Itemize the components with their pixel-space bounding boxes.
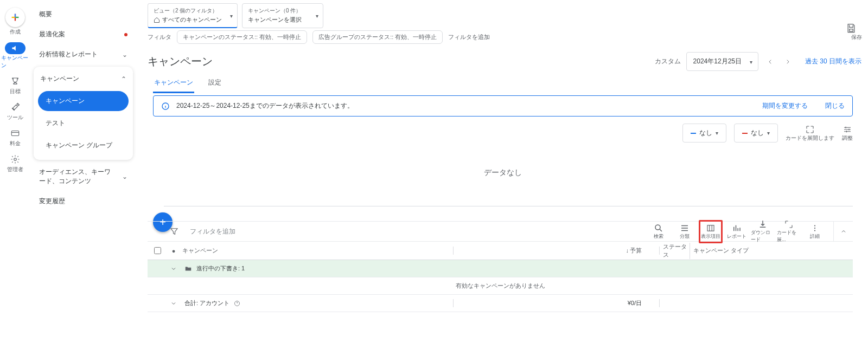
optimization-link[interactable]: 最適化案 bbox=[30, 24, 136, 44]
adjust-button[interactable]: 調整 bbox=[842, 125, 853, 142]
tool-nav[interactable]: ツール bbox=[1, 99, 29, 125]
total-budget: ¥0/日 bbox=[454, 299, 660, 307]
filter-strip: フィルタ キャンペーンのステータス:: 有効、一時停止 広告グループのステータス… bbox=[148, 30, 490, 44]
chevron-down-icon: ⌄ bbox=[122, 51, 127, 59]
red-swatch bbox=[742, 133, 748, 134]
date-next[interactable] bbox=[779, 53, 796, 70]
info-icon bbox=[161, 102, 170, 111]
campaign-sublink[interactable]: キャンペーン bbox=[38, 91, 129, 111]
table-header: ● キャンペーン ↓予算 ステータス キャンペーン タイプ bbox=[148, 242, 853, 260]
admin-nav[interactable]: 管理者 bbox=[1, 151, 29, 177]
filter-label: フィルタ bbox=[148, 33, 171, 41]
tab-settings[interactable]: 設定 bbox=[207, 74, 222, 93]
svg-rect-0 bbox=[11, 131, 19, 136]
chevron-up-icon: ⌃ bbox=[121, 75, 126, 83]
chevron-down-icon[interactable] bbox=[170, 300, 177, 307]
expand-card-button[interactable]: カードを展... bbox=[777, 218, 801, 245]
campaign-selector[interactable]: キャンペーン（0 件） キャンペーンを選択 ▾ bbox=[242, 3, 323, 28]
date-picker[interactable]: 2024年12月25日 ▾ bbox=[686, 52, 758, 71]
info-banner: 2024-12-25～2024-12-25までのデータが表示されています。 期間… bbox=[153, 95, 853, 116]
test-sublink[interactable]: テスト bbox=[38, 113, 129, 133]
svg-point-7 bbox=[814, 230, 815, 231]
total-row: 合計: アカウント ¥0/日 bbox=[148, 295, 853, 312]
megaphone-icon bbox=[5, 42, 25, 54]
search-icon bbox=[654, 223, 663, 233]
gear-icon bbox=[10, 154, 21, 165]
expand-icon bbox=[784, 219, 794, 229]
columns-button[interactable]: 表示項目 bbox=[699, 220, 723, 243]
empty-row: 有効なキャンペーンがありません bbox=[148, 277, 853, 295]
filter-chip-adgroup-status[interactable]: 広告グループのステータス:: 有効、一時停止 bbox=[312, 30, 443, 44]
help-icon[interactable] bbox=[234, 300, 240, 307]
filter-icon[interactable] bbox=[169, 226, 179, 236]
filter-chip-campaign-status[interactable]: キャンペーンのステータス:: 有効、一時停止 bbox=[177, 30, 307, 44]
status-dot-header: ● bbox=[167, 248, 180, 254]
add-filter-link[interactable]: フィルタを追加 bbox=[448, 33, 490, 41]
download-button[interactable]: ダウンロード bbox=[751, 218, 775, 245]
svg-point-1 bbox=[14, 158, 17, 161]
chevron-down-icon: ⌄ bbox=[122, 173, 127, 180]
col-budget[interactable]: ↓予算 bbox=[454, 247, 660, 255]
report-button[interactable]: レポート bbox=[725, 222, 749, 242]
sliders-icon bbox=[843, 125, 852, 134]
analysis-link[interactable]: 分析情報とレポート⌄ bbox=[30, 44, 136, 64]
caret-down-icon: ▾ bbox=[230, 12, 233, 18]
add-filter-input[interactable]: フィルタを追加 bbox=[190, 227, 647, 236]
col-campaign[interactable]: キャンペーン bbox=[180, 247, 454, 255]
close-banner-link[interactable]: 閉じる bbox=[825, 101, 845, 111]
campaign-nav[interactable]: キャンペーン bbox=[1, 39, 29, 73]
select-all-checkbox[interactable] bbox=[154, 247, 161, 254]
blue-swatch bbox=[691, 133, 696, 134]
banner-text: 2024-12-25～2024-12-25までのデータが表示されています。 bbox=[176, 101, 354, 111]
col-status[interactable]: ステータス bbox=[660, 243, 690, 259]
list-icon bbox=[680, 223, 690, 233]
sort-desc-icon: ↓ bbox=[626, 247, 629, 254]
col-type[interactable]: キャンペーン タイプ bbox=[690, 247, 853, 255]
goal-nav[interactable]: 目標 bbox=[1, 73, 29, 99]
series2-selector[interactable]: なし▾ bbox=[734, 124, 778, 143]
download-icon bbox=[758, 219, 768, 229]
home-icon bbox=[154, 17, 160, 23]
expand-cards-button[interactable]: カードを展開します bbox=[786, 125, 834, 142]
expand-icon bbox=[805, 125, 815, 134]
view-selector[interactable]: ビュー（2 個のフィルタ） すべてのキャンペーン ▾ bbox=[148, 3, 238, 28]
sub-tabs: キャンペーン 設定 bbox=[153, 74, 222, 94]
trophy-icon bbox=[10, 76, 21, 87]
segment-button[interactable]: 分類 bbox=[673, 222, 697, 242]
more-vert-icon bbox=[810, 223, 820, 233]
more-button[interactable]: 詳細 bbox=[803, 222, 827, 242]
fee-nav[interactable]: 料金 bbox=[1, 125, 29, 151]
campaign-group-sublink[interactable]: キャンペーン グループ bbox=[38, 135, 129, 156]
save-button[interactable]: 保存 bbox=[846, 23, 867, 41]
svg-point-5 bbox=[814, 225, 815, 226]
search-button[interactable]: 検索 bbox=[647, 222, 671, 242]
columns-icon bbox=[706, 223, 716, 233]
caret-down-icon: ▾ bbox=[316, 13, 318, 19]
daterange-label: カスタム bbox=[655, 57, 681, 66]
tab-campaign[interactable]: キャンペーン bbox=[153, 74, 194, 93]
page-heading-row: キャンペーン カスタム 2024年12月25日 ▾ 過去 30 日間を表示 bbox=[148, 52, 861, 71]
create-button[interactable]: 作成 bbox=[1, 4, 29, 39]
series1-selector[interactable]: なし▾ bbox=[682, 124, 726, 143]
collapse-toolbar[interactable] bbox=[833, 222, 853, 241]
history-link[interactable]: 変更履歴 bbox=[30, 191, 136, 211]
chart-empty-text: データなし bbox=[153, 168, 853, 178]
draft-row[interactable]: 進行中の下書き: 1 bbox=[148, 260, 853, 277]
campaign-table: ● キャンペーン ↓予算 ステータス キャンペーン タイプ 進行中の下書き: 1… bbox=[148, 242, 853, 312]
chart-controls: なし▾ なし▾ カードを展開します 調整 bbox=[682, 124, 853, 143]
svg-rect-4 bbox=[707, 225, 714, 231]
overview-link[interactable]: 概要 bbox=[30, 4, 136, 24]
nav-rail: 作成 キャンペーン 目標 ツール 料金 管理者 bbox=[0, 0, 30, 356]
change-period-link[interactable]: 期間を変更する bbox=[762, 101, 808, 111]
date-prev[interactable] bbox=[762, 53, 779, 70]
save-icon bbox=[846, 23, 857, 34]
card-icon bbox=[10, 128, 21, 139]
main-content: ビュー（2 個のフィルタ） すべてのキャンペーン ▾ キャンペーン（0 件） キ… bbox=[142, 0, 868, 356]
compare-link[interactable]: 過去 30 日間を表示 bbox=[805, 57, 861, 66]
campaign-card-header[interactable]: キャンペーン⌃ bbox=[34, 69, 133, 89]
notification-dot bbox=[124, 33, 127, 36]
scope-selectors: ビュー（2 個のフィルタ） すべてのキャンペーン ▾ キャンペーン（0 件） キ… bbox=[148, 3, 323, 28]
audience-link[interactable]: オーディエンス、キーワード、コンテンツ⌄ bbox=[30, 162, 136, 191]
plus-icon bbox=[5, 8, 25, 27]
chart-icon bbox=[732, 223, 742, 233]
